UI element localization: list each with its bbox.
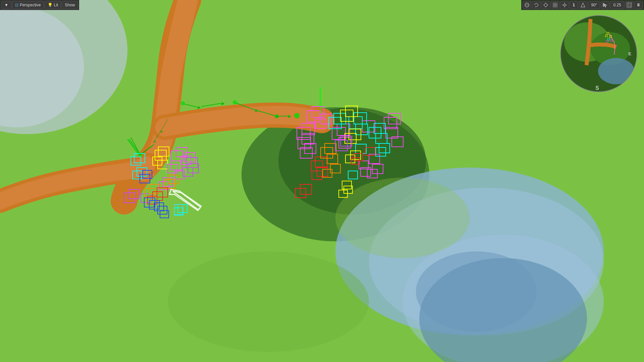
cursor-icon: [602, 2, 608, 8]
svg-marker-142: [535, 6, 536, 7]
cursor-button[interactable]: [601, 1, 609, 9]
grid-icon: [552, 2, 558, 8]
dropdown-button[interactable]: ▼: [1, 1, 11, 9]
scale-label: 0.25: [613, 3, 621, 7]
svg-marker-152: [581, 3, 585, 7]
svg-rect-154: [627, 3, 632, 7]
svg-rect-143: [553, 3, 555, 5]
angle-label: 90°: [591, 3, 597, 7]
triangle-button[interactable]: [579, 1, 587, 9]
num-eight-label: 8: [637, 2, 640, 7]
minimap-south-label: S: [595, 85, 599, 91]
settings-button[interactable]: [560, 1, 569, 9]
minimap[interactable]: W S E: [560, 15, 637, 92]
num-one-label: 1: [573, 2, 575, 7]
svg-point-9: [416, 251, 537, 332]
num-one-button[interactable]: 1: [570, 1, 578, 9]
sphere-tool-button[interactable]: [523, 1, 531, 9]
settings-icon: [562, 2, 567, 8]
svg-marker-153: [603, 3, 607, 7]
svg-rect-146: [555, 5, 557, 7]
minimap-east-label: E: [628, 51, 631, 56]
snap-icon: [543, 2, 548, 8]
scale-button[interactable]: 0.25: [610, 1, 624, 9]
perspective-label: Perspective: [20, 3, 41, 7]
lit-icon: 💡: [48, 3, 53, 7]
angle-button[interactable]: 90°: [588, 1, 600, 9]
grid3-button[interactable]: [625, 1, 634, 9]
num-eight-button[interactable]: 8: [634, 1, 643, 9]
svg-rect-145: [553, 5, 555, 7]
rotate-tool-button[interactable]: [532, 1, 541, 9]
svg-point-10: [168, 251, 369, 352]
grid-view-button[interactable]: [551, 1, 559, 9]
sphere-icon: [524, 2, 530, 8]
perspective-icon: ⊡: [15, 3, 18, 7]
lit-button[interactable]: 💡 Lit: [45, 1, 61, 9]
dropdown-icon: ▼: [4, 3, 8, 7]
perspective-button[interactable]: ⊡ Perspective: [12, 1, 44, 9]
triangle-icon: [580, 2, 586, 8]
show-button[interactable]: Show: [62, 1, 78, 9]
grid3-icon: [627, 2, 632, 8]
rotate-icon: [534, 2, 539, 8]
show-label: Show: [65, 3, 75, 7]
snap-tool-button[interactable]: [541, 1, 550, 9]
svg-point-147: [564, 4, 566, 6]
svg-point-11: [335, 178, 470, 258]
svg-rect-144: [555, 3, 557, 5]
lit-label: Lit: [54, 3, 58, 7]
